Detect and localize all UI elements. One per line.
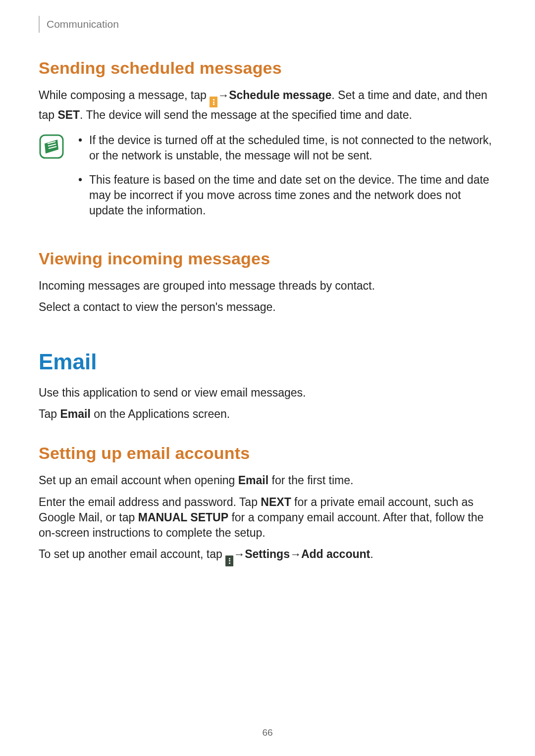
para-email-tap: Tap Email on the Applications screen. [39, 406, 496, 422]
arrow-icon: → [233, 547, 245, 562]
menu-item-settings: Settings [245, 548, 290, 560]
para-setup-1: Set up an email account when opening Ema… [39, 473, 496, 488]
app-name-email: Email [238, 474, 268, 487]
heading-sending-scheduled: Sending scheduled messages [39, 58, 496, 78]
note-block: If the device is turned off at the sched… [39, 133, 496, 227]
heading-email: Email [39, 350, 496, 374]
text: on the Applications screen. [91, 407, 230, 420]
heading-viewing-incoming: Viewing incoming messages [39, 249, 496, 268]
text: To set up another email account, tap [39, 548, 225, 560]
para-incoming-1: Incoming messages are grouped into messa… [39, 278, 496, 294]
header-divider [39, 16, 40, 33]
note-item: If the device is turned off at the sched… [76, 133, 496, 163]
button-label-next: NEXT [261, 496, 291, 508]
text: Tap [39, 407, 60, 420]
para-setup-3: To set up another email account, tap → S… [39, 547, 496, 566]
menu-item-schedule-message: Schedule message [229, 89, 331, 101]
para-email-intro: Use this application to send or view ema… [39, 385, 496, 401]
para-incoming-2: Select a contact to view the person's me… [39, 300, 496, 315]
para-setup-2: Enter the email address and password. Ta… [39, 495, 496, 541]
heading-setting-up-email: Setting up email accounts [39, 444, 496, 463]
text: . The device will send the message at th… [80, 108, 412, 121]
note-icon [39, 134, 64, 159]
button-label-set: SET [57, 108, 80, 121]
more-options-icon [225, 555, 233, 566]
menu-item-add-account: Add account [301, 548, 370, 560]
text: for the first time. [268, 474, 353, 487]
button-label-manual-setup: MANUAL SETUP [138, 511, 228, 524]
more-options-icon [210, 97, 217, 107]
page-number: 66 [0, 727, 535, 738]
note-item: This feature is based on the time and da… [76, 172, 496, 218]
note-list: If the device is turned off at the sched… [76, 133, 496, 227]
arrow-icon: → [217, 88, 229, 103]
app-name-email: Email [60, 407, 90, 420]
text: Set up an email account when opening [39, 474, 238, 487]
chapter-title: Communication [47, 18, 119, 30]
para-schedule-instruction: While composing a message, tap → Schedul… [39, 88, 496, 123]
arrow-icon: → [290, 547, 301, 562]
page: Communication Sending scheduled messages… [0, 0, 535, 756]
text: . [370, 548, 373, 560]
page-header: Communication [39, 16, 496, 33]
text: While composing a message, tap [39, 89, 210, 101]
text: Enter the email address and password. Ta… [39, 496, 261, 508]
